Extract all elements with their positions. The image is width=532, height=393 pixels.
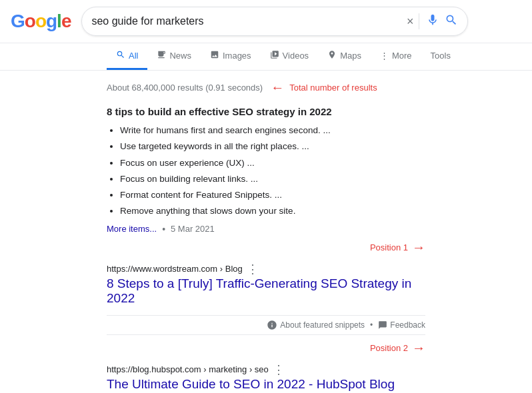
arrow-icon: ← [271, 80, 284, 95]
search-divider [419, 13, 419, 29]
result1-title[interactable]: 8 Steps to a [Truly] Traffic-Generating … [107, 276, 425, 306]
tab-tools[interactable]: Tools [421, 44, 460, 69]
results-count: About 68,400,000 results (0.91 seconds) … [107, 75, 425, 101]
tab-tools-label: Tools [431, 51, 451, 61]
position2-annotation: Position 2 [370, 343, 408, 353]
maps-icon [327, 50, 337, 61]
feedback-label: Feedback [390, 320, 425, 330]
search-input[interactable] [91, 15, 406, 27]
result-item-2: https://blog.hubspot.com › marketing › s… [107, 357, 425, 393]
result2-url: https://blog.hubspot.com › marketing › s… [107, 364, 269, 374]
list-item: Format content for Featured Snippets. ..… [120, 187, 425, 203]
tab-maps[interactable]: Maps [318, 43, 371, 70]
clear-icon[interactable]: × [407, 15, 414, 29]
more-items-row: More items... • 5 Mar 2021 [107, 224, 425, 234]
news-icon [157, 50, 166, 61]
search-results: About 68,400,000 results (0.91 seconds) … [0, 71, 532, 393]
tab-all[interactable]: All [107, 43, 147, 70]
feedback-button[interactable]: Feedback [378, 320, 425, 330]
result2-title[interactable]: The Ultimate Guide to SEO in 2022 - HubS… [107, 377, 425, 392]
more-icon: ⋮ [380, 51, 389, 61]
featured-snippet: 8 tips to build an effective SEO strateg… [107, 101, 425, 240]
tab-more[interactable]: ⋮ More [371, 44, 421, 69]
result2-url-row: https://blog.hubspot.com › marketing › s… [107, 364, 425, 376]
tab-videos-label: Videos [283, 51, 309, 61]
result1-menu-icon[interactable]: ⋮ [247, 263, 259, 275]
dot-separator: • [162, 224, 165, 234]
list-item: Write for humans first and search engine… [120, 123, 425, 139]
videos-icon [270, 50, 279, 61]
search-tabs: All News Images Videos Maps ⋮ More Tools [0, 43, 532, 71]
position1-annotation: Position 1 [370, 242, 408, 252]
tab-more-label: More [392, 51, 412, 61]
tab-news-label: News [169, 51, 191, 61]
snippet-footer: About featured snippets • Feedback [107, 315, 425, 335]
position2-annotation-row: Position 2 ← [107, 340, 425, 356]
result1-url-row: https://www.wordstream.com › Blog ⋮ [107, 263, 425, 275]
snippet-title: 8 tips to build an effective SEO strateg… [107, 106, 425, 117]
tab-all-label: All [129, 51, 138, 61]
images-icon [210, 50, 219, 61]
tab-videos[interactable]: Videos [261, 43, 319, 70]
voice-icon[interactable] [426, 13, 439, 30]
header: Google × [0, 0, 532, 43]
snippet-date: 5 Mar 2021 [171, 224, 215, 234]
tab-images-label: Images [223, 51, 251, 61]
results-count-annotation: Total number of results [289, 83, 377, 93]
about-snippets-label: About featured snippets [280, 320, 365, 330]
result-item-1: https://www.wordstream.com › Blog ⋮ 8 St… [107, 256, 425, 315]
list-item: Focus on user experience (UX) ... [120, 155, 425, 171]
tab-news[interactable]: News [147, 43, 201, 70]
list-item: Remove anything that slows down your sit… [120, 203, 425, 219]
position1-annotation-row: Position 1 ← [107, 240, 425, 255]
search-bar: × [81, 7, 468, 36]
list-item: Focus on building relevant links. ... [120, 171, 425, 187]
list-item: Use targeted keywords in all the right p… [120, 139, 425, 155]
more-items-link[interactable]: More items... [107, 224, 157, 234]
results-count-text: About 68,400,000 results (0.91 seconds) [107, 83, 263, 93]
result2-menu-icon[interactable]: ⋮ [273, 364, 285, 376]
search-button[interactable] [445, 13, 458, 30]
snippet-list: Write for humans first and search engine… [107, 123, 425, 220]
result1-url: https://www.wordstream.com › Blog [107, 264, 243, 274]
arrow-position2: ← [412, 340, 425, 356]
arrow-position1: ← [412, 240, 425, 255]
tab-images[interactable]: Images [201, 43, 261, 70]
about-featured-snippets[interactable]: About featured snippets [267, 320, 365, 330]
footer-dot: • [370, 320, 373, 330]
google-logo: Google [11, 11, 71, 32]
tab-maps-label: Maps [340, 51, 361, 61]
all-icon [116, 50, 125, 61]
